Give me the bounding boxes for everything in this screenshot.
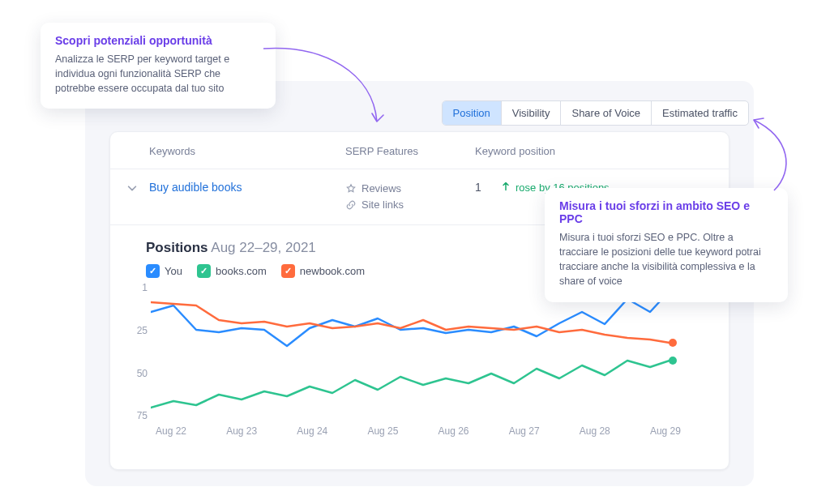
y-tick: 75 xyxy=(137,410,148,421)
legend-label: newbook.com xyxy=(300,265,365,277)
callout-arrow-icon xyxy=(746,113,802,194)
col-header-serp: SERP Features xyxy=(345,145,475,157)
y-tick: 50 xyxy=(137,368,148,379)
legend-label: books.com xyxy=(216,265,267,277)
legend-item-books[interactable]: ✓ books.com xyxy=(197,264,267,278)
check-icon: ✓ xyxy=(146,264,160,278)
y-axis-labels: 1 25 50 75 xyxy=(126,288,148,417)
chart-title-range: Aug 22–29, 2021 xyxy=(211,240,316,255)
legend-label: You xyxy=(165,265,182,277)
x-tick: Aug 29 xyxy=(650,425,681,437)
x-tick: Aug 27 xyxy=(509,425,540,437)
col-header-position: Keyword position xyxy=(475,145,712,157)
callout-body: Misura i tuoi sforzi SEO e PPC. Oltre a … xyxy=(559,230,773,289)
legend-item-newbook[interactable]: ✓ newbook.com xyxy=(281,264,365,278)
x-tick: Aug 23 xyxy=(226,425,257,437)
link-icon xyxy=(345,199,357,211)
svg-point-1 xyxy=(669,339,677,347)
tab-estimated-traffic[interactable]: Estimated traffic xyxy=(652,101,748,125)
col-header-keywords: Keywords xyxy=(126,145,345,157)
svg-point-2 xyxy=(669,357,677,365)
check-icon: ✓ xyxy=(197,264,211,278)
metric-tabs: Position Visibility Share of Voice Estim… xyxy=(442,100,750,126)
callout-seo-ppc: Misura i tuoi sforzi in ambito SEO e PPC… xyxy=(545,188,788,302)
x-tick: Aug 22 xyxy=(156,425,186,437)
chart-title-main: Positions xyxy=(146,240,208,255)
x-tick: Aug 25 xyxy=(367,425,398,437)
callout-opportunities: Scopri potenziali opportunità Analizza l… xyxy=(41,23,276,109)
callout-body: Analizza le SERP per keyword target e in… xyxy=(55,52,261,96)
chart-svg xyxy=(151,288,686,421)
serp-features-cell: Reviews Site links xyxy=(345,181,475,213)
y-tick: 25 xyxy=(137,325,148,336)
serp-feature-label: Site links xyxy=(362,197,404,213)
x-tick: Aug 26 xyxy=(439,425,469,437)
y-tick: 1 xyxy=(142,282,148,293)
x-axis-labels: Aug 22 Aug 23 Aug 24 Aug 25 Aug 26 Aug 2… xyxy=(151,425,686,437)
tab-visibility[interactable]: Visibility xyxy=(502,101,562,125)
tab-share-of-voice[interactable]: Share of Voice xyxy=(561,101,652,125)
keyword-link[interactable]: Buy audible books xyxy=(149,181,345,194)
position-value: 1 xyxy=(475,181,490,194)
x-tick: Aug 28 xyxy=(580,425,610,437)
check-icon: ✓ xyxy=(281,264,295,278)
callout-title: Misura i tuoi sforzi in ambito SEO e PPC xyxy=(559,199,773,225)
x-tick: Aug 24 xyxy=(297,425,327,437)
arrow-up-icon xyxy=(501,182,512,193)
expand-row-toggle[interactable] xyxy=(126,181,149,196)
star-icon xyxy=(345,183,357,194)
legend-item-you[interactable]: ✓ You xyxy=(146,264,182,278)
chart-plot: 1 25 50 75 Aug 22 Aug 23 Aug 24 Aug xyxy=(151,288,709,450)
serp-feature-label: Reviews xyxy=(362,181,401,197)
table-header: Keywords SERP Features Keyword position xyxy=(110,132,729,169)
tab-position[interactable]: Position xyxy=(443,101,502,125)
chevron-down-icon xyxy=(126,182,138,194)
callout-title: Scopri potenziali opportunità xyxy=(55,34,261,47)
